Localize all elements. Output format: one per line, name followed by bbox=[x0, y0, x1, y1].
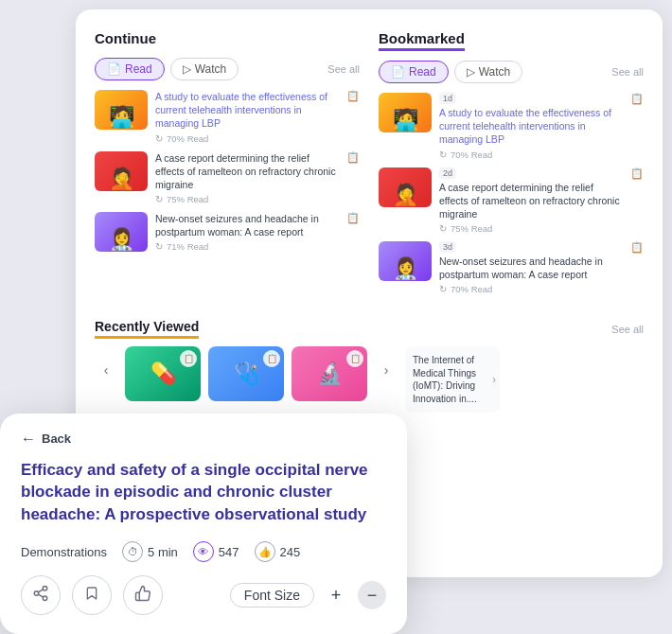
back-button[interactable]: ← Back bbox=[21, 431, 386, 448]
bm-article-thumb-3: 👩‍⚕️ bbox=[379, 241, 432, 281]
article-thumb-3: 👩‍⚕️ bbox=[95, 212, 148, 252]
popup-likes: 👍 245 bbox=[255, 541, 301, 562]
bm-article-thumb-1: 🧑‍💻 bbox=[379, 93, 432, 132]
continue-article-2[interactable]: 🤦 A case report determining the relief e… bbox=[95, 151, 360, 205]
doc-icon-2: 📋 bbox=[346, 151, 360, 164]
bm-progress-icon-2: ↻ bbox=[439, 223, 447, 234]
iot-card-arrow-icon: › bbox=[492, 372, 496, 387]
progress-icon-2: ↻ bbox=[155, 194, 163, 204]
read-time-value: 5 min bbox=[148, 545, 178, 559]
share-icon bbox=[32, 585, 49, 606]
bookmarked-read-tab[interactable]: 📄 Read bbox=[379, 61, 449, 83]
popup-read-time: ⏱ 5 min bbox=[122, 541, 178, 562]
article-meta-2: ↻ 75% Read bbox=[155, 194, 339, 204]
continue-column: Continue 📄 Read ▷ Watch See all 🧑‍💻 A bbox=[95, 30, 360, 302]
bm-badge-3: 3d bbox=[439, 241, 456, 253]
continue-watch-label: Watch bbox=[195, 62, 227, 76]
bookmarked-watch-label: Watch bbox=[479, 65, 511, 79]
columns: Continue 📄 Read ▷ Watch See all 🧑‍💻 A bbox=[95, 30, 644, 302]
bm-progress-icon-1: ↻ bbox=[439, 150, 447, 160]
article-title-1: A study to evaluate the effectiveness of… bbox=[155, 90, 339, 131]
bookmarked-see-all[interactable]: See all bbox=[611, 66, 644, 78]
iot-card-title: The Internet of Medical Things (IoMT): D… bbox=[413, 354, 492, 405]
bm-article-info-2: 2d A case report determining the relief … bbox=[439, 167, 623, 235]
minus-icon: − bbox=[367, 586, 378, 606]
article-thumb-1: 🧑‍💻 bbox=[95, 90, 148, 130]
bm-watch-icon: ▷ bbox=[467, 65, 475, 79]
bookmarked-article-3[interactable]: 👩‍⚕️ 3d New-onset seizures and headache … bbox=[379, 241, 644, 294]
article-info-2: A case report determining the relief eff… bbox=[155, 151, 339, 205]
font-size-controls: Font Size + − bbox=[230, 581, 386, 609]
bm-article-title-2: A case report determining the relief eff… bbox=[439, 181, 623, 221]
continue-read-tab[interactable]: 📄 Read bbox=[95, 58, 165, 80]
bm-doc-icon-3: 📋 bbox=[630, 241, 644, 254]
recently-item-3[interactable]: 🔬 📋 bbox=[292, 346, 367, 401]
continue-watch-tab[interactable]: ▷ Watch bbox=[170, 58, 239, 80]
popup-article-title: Efficacy and safety of a single occipita… bbox=[21, 459, 386, 526]
recently-item-2[interactable]: 🩺 📋 bbox=[208, 346, 284, 401]
bm-read-icon: 📄 bbox=[391, 65, 405, 79]
doc-icon-3: 📋 bbox=[346, 212, 360, 224]
recently-see-all[interactable]: See all bbox=[611, 324, 644, 335]
thumbs-up-icon: 👍 bbox=[255, 541, 275, 562]
continue-article-3[interactable]: 👩‍⚕️ New-onset seizures and headache in … bbox=[95, 212, 360, 252]
like-button[interactable] bbox=[123, 575, 163, 615]
bookmark-button[interactable] bbox=[72, 575, 112, 615]
bm-meta-1: ↻ 70% Read bbox=[439, 150, 623, 160]
progress-1: 70% Read bbox=[167, 133, 208, 144]
bm-progress-1: 70% Read bbox=[451, 150, 492, 160]
continue-article-1[interactable]: 🧑‍💻 A study to evaluate the effectivenes… bbox=[95, 90, 360, 144]
popup-views: 👁 547 bbox=[193, 541, 239, 562]
bm-doc-icon-2: 📋 bbox=[630, 167, 644, 180]
bookmarked-article-2[interactable]: 🤦 2d A case report determining the relie… bbox=[379, 167, 644, 235]
views-value: 547 bbox=[219, 545, 239, 559]
font-size-label: Font Size bbox=[244, 588, 300, 603]
bm-meta-3: ↻ 70% Read bbox=[439, 284, 623, 294]
bm-doc-icon-1: 📋 bbox=[630, 93, 644, 105]
recently-title: Recently Viewed bbox=[95, 319, 199, 339]
back-label: Back bbox=[42, 431, 71, 446]
article-info-3: New-onset seizures and headache in postp… bbox=[155, 212, 339, 252]
plus-icon: + bbox=[331, 586, 342, 606]
bm-article-info-3: 3d New-onset seizures and headache in po… bbox=[439, 241, 623, 294]
popup-card: ← Back Efficacy and safety of a single o… bbox=[0, 414, 407, 634]
article-title-2: A case report determining the relief eff… bbox=[155, 151, 339, 192]
share-button[interactable] bbox=[21, 575, 61, 615]
bm-badge-1: 1d bbox=[439, 93, 456, 104]
iot-card[interactable]: The Internet of Medical Things (IoMT): D… bbox=[405, 346, 500, 413]
article-meta-1: ↻ 70% Read bbox=[155, 133, 339, 144]
progress-3: 71% Read bbox=[167, 241, 208, 252]
svg-line-3 bbox=[38, 594, 43, 597]
continue-see-all[interactable]: See all bbox=[327, 63, 360, 75]
bookmarked-title: Bookmarked bbox=[379, 30, 465, 51]
article-info-1: A study to evaluate the effectiveness of… bbox=[155, 90, 339, 144]
progress-2: 75% Read bbox=[167, 194, 208, 204]
like-icon bbox=[134, 585, 151, 606]
bookmarked-watch-tab[interactable]: ▷ Watch bbox=[454, 61, 523, 83]
likes-value: 245 bbox=[280, 545, 301, 559]
watch-icon: ▷ bbox=[183, 62, 191, 76]
bm-progress-3: 70% Read bbox=[451, 284, 492, 294]
font-size-minus-button[interactable]: − bbox=[358, 581, 386, 609]
popup-category: Demonstrations bbox=[21, 545, 107, 559]
popup-action-row: Font Size + − bbox=[21, 575, 386, 615]
article-thumb-2: 🤦 bbox=[95, 151, 148, 191]
bookmarked-read-label: Read bbox=[409, 65, 436, 79]
bm-badge-2: 2d bbox=[439, 167, 456, 179]
recently-item-1[interactable]: 💊 📋 bbox=[125, 346, 201, 401]
bookmarked-article-1[interactable]: 🧑‍💻 1d A study to evaluate the effective… bbox=[379, 93, 644, 160]
font-size-plus-button[interactable]: + bbox=[322, 581, 350, 609]
article-meta-3: ↻ 71% Read bbox=[155, 241, 339, 252]
recently-header: Recently Viewed See all bbox=[95, 319, 644, 339]
progress-icon-1: ↻ bbox=[155, 133, 163, 144]
bm-article-thumb-2: 🤦 bbox=[379, 167, 432, 207]
bm-meta-2: ↻ 75% Read bbox=[439, 223, 623, 234]
carousel-prev-arrow[interactable]: ‹ bbox=[95, 346, 117, 394]
eye-icon: 👁 bbox=[193, 541, 214, 562]
font-size-label-container: Font Size bbox=[230, 583, 314, 608]
read-icon: 📄 bbox=[107, 62, 121, 76]
bookmarked-tab-row: 📄 Read ▷ Watch See all bbox=[379, 61, 644, 83]
recently-viewed-section: Recently Viewed See all ‹ 💊 📋 🩺 📋 🔬 📋 › … bbox=[95, 319, 644, 413]
carousel-next-arrow[interactable]: › bbox=[375, 346, 398, 394]
recently-grid: ‹ 💊 📋 🩺 📋 🔬 📋 › The Internet of Medical … bbox=[95, 346, 644, 413]
